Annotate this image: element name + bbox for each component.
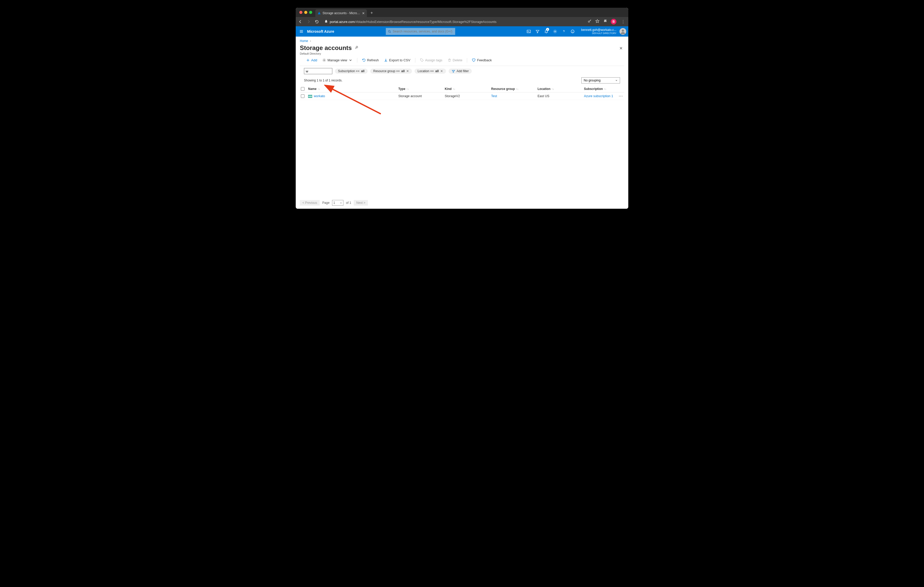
global-search[interactable] [386,28,455,35]
tab-title: Storage accounts - Microsoft A [323,12,360,15]
azure-favicon-icon [317,12,321,15]
toolbar: Add Manage view Refresh Export to CSV As… [300,55,624,66]
profile-avatar[interactable]: B [611,19,616,25]
tag-icon [420,58,424,62]
prev-page-button[interactable]: < Previous [300,200,320,206]
page-select[interactable]: 1 [332,200,343,206]
notifications-button[interactable]: 1 [543,26,550,36]
back-button[interactable] [298,20,303,24]
address-bar[interactable]: portal.azure.com/#blade/HubsExtension/Br… [323,20,584,24]
export-csv-button[interactable]: Export to CSV [382,57,412,63]
cloudshell-button[interactable] [525,26,533,36]
feedback-button[interactable]: Feedback [470,57,494,63]
resource-name-link[interactable]: workato [314,94,325,98]
filter-pill-location[interactable]: Location == all ✕ [414,69,446,74]
heart-icon [472,58,476,62]
feedback-header-button[interactable] [569,26,576,36]
url-text: portal.azure.com/#blade/HubsExtension/Br… [330,20,497,24]
svg-point-1 [389,30,390,32]
key-icon[interactable] [587,19,592,24]
pin-icon[interactable] [355,46,358,50]
directory-filter-button[interactable] [534,26,541,36]
user-account-area[interactable]: bennett.goh@workato.c... DEFAULT DIRECTO… [579,28,617,35]
new-tab-button[interactable]: + [368,11,375,15]
window-controls [298,11,314,14]
help-button[interactable] [560,26,568,36]
subscription-link[interactable]: Azure subscription 1 [584,94,613,98]
breadcrumb: Home › [296,36,628,44]
hamburger-menu-button[interactable] [296,30,307,33]
select-all-checkbox[interactable] [301,87,304,91]
page-title: Storage accounts [300,44,351,51]
browser-tab[interactable]: Storage accounts - Microsoft A ✕ [315,9,367,17]
maximize-window-icon[interactable] [309,11,312,14]
user-directory: DEFAULT DIRECTORY [592,32,616,35]
delete-button: Delete [446,57,465,63]
browser-menu-icon[interactable]: ⋮ [620,19,626,24]
close-icon[interactable]: ✕ [441,69,443,73]
refresh-icon [362,58,366,62]
cell-location: East US [536,94,583,98]
column-header-location[interactable]: Location↑↓ [536,87,583,91]
lock-icon [325,20,328,24]
name-filter-input[interactable] [304,68,332,74]
filter-add-icon [452,69,455,73]
user-avatar-icon[interactable] [620,28,626,35]
assign-tags-button: Assign tags [418,57,444,63]
column-header-name[interactable]: Name↑↓ [307,87,397,91]
table-row[interactable]: workato Storage account StorageV2 Test E… [300,92,624,100]
svg-point-4 [571,30,574,33]
forward-button[interactable] [306,20,311,24]
blade-content: Home › Storage accounts Default Director… [296,36,628,209]
svg-point-7 [324,60,325,61]
row-checkbox[interactable] [301,94,304,98]
storage-account-icon [308,95,312,98]
settings-button[interactable] [551,26,559,36]
records-count: Showing 1 to 1 of 1 records. [304,79,342,82]
minimize-window-icon[interactable] [304,11,307,14]
star-icon[interactable] [595,19,599,24]
search-input[interactable] [393,30,453,33]
page-subtitle: Default Directory [300,52,618,55]
svg-point-6 [622,30,624,32]
resource-group-link[interactable]: Test [491,94,497,98]
grouping-select[interactable]: No grouping [581,77,620,84]
browser-chrome: Storage accounts - Microsoft A ✕ + porta… [296,8,628,26]
chevron-down-icon [340,202,342,204]
add-filter-button[interactable]: Add filter [449,69,472,74]
cell-type: Storage account [397,94,444,98]
close-icon[interactable]: ✕ [406,69,409,73]
extensions-icon[interactable] [603,19,607,24]
close-tab-icon[interactable]: ✕ [362,12,365,15]
cell-kind: StorageV2 [444,94,490,98]
next-page-button[interactable]: Next > [354,200,368,206]
download-icon [384,58,388,62]
add-button[interactable]: Add [304,57,319,63]
trash-icon [447,58,451,62]
resource-table: Name↑↓ Type↑↓ Kind↑↓ Resource group↑↓ Lo… [300,86,624,198]
row-more-button[interactable]: ··· [619,94,623,98]
manage-view-button[interactable]: Manage view [320,57,355,63]
column-header-kind[interactable]: Kind↑↓ [444,87,490,91]
filter-pill-resource-group[interactable]: Resource group == all ✕ [370,69,412,74]
column-header-subscription[interactable]: Subscription↑↓ [583,87,616,91]
filter-pill-subscription[interactable]: Subscription == all [335,69,368,74]
reload-button[interactable] [314,20,319,24]
plus-icon [306,58,310,62]
filter-bar: Subscription == all Resource group == al… [300,66,624,75]
search-icon [388,30,391,33]
breadcrumb-home[interactable]: Home [300,39,308,43]
svg-rect-2 [527,30,530,33]
gear-icon [322,58,326,62]
pagination: < Previous Page 1 of 1 Next > [296,198,628,206]
close-blade-button[interactable]: ✕ [618,44,624,52]
user-email: bennett.goh@workato.c... [581,28,616,32]
column-header-resource-group[interactable]: Resource group↑↓ [490,87,536,91]
chevron-down-icon [348,58,352,62]
brand-label[interactable]: Microsoft Azure [307,30,339,33]
close-window-icon[interactable] [299,11,302,14]
refresh-button[interactable]: Refresh [360,57,381,63]
page-label: Page [322,201,330,205]
azure-header: Microsoft Azure 1 [296,26,628,36]
column-header-type[interactable]: Type↑↓ [397,87,444,91]
